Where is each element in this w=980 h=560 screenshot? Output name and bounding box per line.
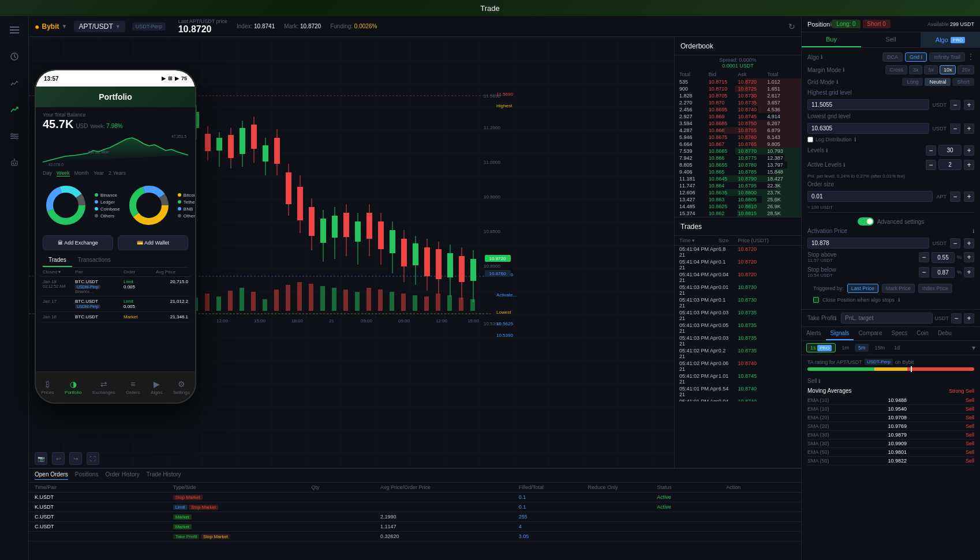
- cross-btn[interactable]: Cross: [885, 65, 907, 74]
- pair-selector[interactable]: APT/USDT ▼: [74, 21, 125, 32]
- tf-day[interactable]: Day: [43, 170, 52, 176]
- close-position-checkbox[interactable]: [813, 297, 819, 303]
- tab-open-orders[interactable]: Open Orders: [35, 471, 68, 480]
- levels-info[interactable]: ℹ: [826, 148, 828, 153]
- sidebar-settings-icon[interactable]: [6, 128, 23, 144]
- stop-below-plus[interactable]: +: [964, 267, 974, 277]
- highest-grid-minus[interactable]: −: [950, 100, 960, 110]
- active-levels-plus[interactable]: +: [964, 160, 974, 170]
- sell-tab[interactable]: Sell: [861, 32, 921, 47]
- tab-specs[interactable]: Specs: [887, 327, 912, 340]
- add-exchange-btn[interactable]: 🏛 Add Exchange: [43, 235, 113, 250]
- tf-week[interactable]: Week: [57, 170, 70, 176]
- last-price-btn[interactable]: Last Price: [847, 284, 878, 293]
- infinity-button[interactable]: Infinity Trail: [929, 52, 965, 62]
- activation-minus[interactable]: −: [950, 238, 960, 249]
- log-dist-checkbox[interactable]: [807, 137, 813, 142]
- short-tab[interactable]: Short 0: [863, 20, 891, 28]
- tf-year[interactable]: Year: [93, 170, 104, 176]
- margin-info-icon[interactable]: ℹ: [843, 67, 844, 73]
- grid-mode-info-icon[interactable]: ℹ: [836, 79, 838, 85]
- lev20x-btn[interactable]: 20x: [957, 65, 974, 74]
- tt-5m[interactable]: 5m: [855, 344, 869, 352]
- tp-info[interactable]: ℹ: [835, 315, 836, 321]
- tab-alerts[interactable]: Alerts: [802, 327, 826, 340]
- tp-plus[interactable]: +: [964, 313, 974, 324]
- lowest-grid-plus[interactable]: +: [964, 123, 974, 134]
- lev3x-btn[interactable]: 3x: [909, 65, 923, 74]
- lev5x-btn[interactable]: 5x: [924, 65, 938, 74]
- tf-2years[interactable]: 2 Years: [109, 170, 126, 176]
- long-mode-btn[interactable]: Long: [902, 78, 923, 86]
- highest-grid-plus[interactable]: +: [964, 100, 974, 110]
- lowest-grid-input[interactable]: [807, 123, 929, 134]
- log-dist-info[interactable]: ℹ: [854, 137, 856, 142]
- neutral-mode-btn[interactable]: Neutral: [925, 78, 951, 86]
- stop-below-input[interactable]: [932, 267, 955, 278]
- time-dropdown[interactable]: ▾: [972, 344, 975, 352]
- tab-positions[interactable]: Positions: [75, 471, 99, 480]
- sidebar-robot-icon[interactable]: [6, 155, 23, 171]
- activation-price-input[interactable]: [807, 238, 929, 249]
- levels-minus[interactable]: −: [926, 145, 936, 156]
- sidebar-trending-icon[interactable]: [6, 102, 23, 118]
- tt-15m[interactable]: 15m: [871, 344, 888, 352]
- nav-exchanges[interactable]: ⇄ Exchanges: [92, 379, 115, 395]
- active-levels-minus[interactable]: −: [926, 160, 936, 170]
- tt-1m[interactable]: 1m: [838, 344, 852, 352]
- grid-button[interactable]: Grid ℹ: [905, 52, 927, 62]
- short-mode-btn[interactable]: Short: [952, 78, 974, 86]
- buy-tab[interactable]: Buy: [802, 32, 861, 47]
- highest-grid-input[interactable]: [807, 99, 929, 110]
- activation-plus[interactable]: +: [964, 238, 974, 249]
- index-price-btn[interactable]: Index Price: [918, 284, 952, 293]
- activation-info[interactable]: ℹ: [972, 228, 974, 234]
- sidebar-menu-icon[interactable]: [6, 22, 23, 38]
- tp-minus[interactable]: −: [951, 313, 962, 324]
- stop-above-plus[interactable]: +: [964, 252, 974, 262]
- tab-coin[interactable]: Coin: [912, 327, 933, 340]
- sidebar-chart-icon[interactable]: [6, 48, 23, 65]
- levels-input[interactable]: [938, 145, 962, 156]
- stop-above-minus[interactable]: −: [919, 252, 929, 262]
- sell-info[interactable]: ℹ: [818, 378, 820, 384]
- mark-price-btn[interactable]: Mark Price: [882, 284, 915, 293]
- fullscreen-icon[interactable]: ⛶: [87, 452, 99, 465]
- screenshot-icon[interactable]: 📷: [35, 452, 47, 465]
- order-size-input[interactable]: [807, 191, 933, 202]
- tt-1s-pro[interactable]: 1s PRO: [806, 343, 836, 352]
- phone-tab-trades[interactable]: Trades: [43, 254, 72, 267]
- refresh-icon[interactable]: ↻: [788, 22, 795, 31]
- nav-orders[interactable]: ≡ Orders: [126, 379, 140, 395]
- active-levels-input[interactable]: [938, 159, 962, 170]
- redo-icon[interactable]: ↪: [69, 452, 82, 465]
- dca-button[interactable]: DCA: [882, 52, 903, 62]
- tab-debug[interactable]: Debu: [933, 327, 956, 340]
- close-position-info[interactable]: ℹ: [898, 297, 900, 303]
- lev10x-btn[interactable]: 10x: [940, 65, 956, 74]
- active-levels-info[interactable]: ℹ: [843, 162, 845, 168]
- nav-algos[interactable]: ▶ Algos: [151, 379, 162, 395]
- tab-compare[interactable]: Compare: [854, 327, 887, 340]
- order-size-plus[interactable]: +: [964, 191, 974, 202]
- tab-trade-history[interactable]: Trade History: [147, 471, 181, 480]
- advanced-toggle-switch[interactable]: [858, 217, 874, 225]
- nav-prices[interactable]: ₿ Prices: [41, 379, 54, 395]
- sidebar-graph-icon[interactable]: [6, 75, 23, 91]
- exchange-logo[interactable]: ● Bybit ▼: [35, 22, 67, 31]
- undo-icon[interactable]: ↩: [52, 452, 65, 465]
- tab-order-history[interactable]: Order History: [105, 471, 139, 480]
- tab-signals[interactable]: Signals: [826, 327, 854, 340]
- more-options-icon[interactable]: ⋮: [967, 52, 974, 62]
- stop-above-input[interactable]: [932, 252, 955, 263]
- algo-tab[interactable]: Algo PRO: [921, 32, 980, 47]
- grid-info-icon[interactable]: ℹ: [921, 54, 922, 60]
- levels-plus[interactable]: +: [964, 145, 974, 156]
- phone-tab-transactions[interactable]: Transactions: [72, 254, 117, 267]
- add-wallet-btn[interactable]: 💳 Add Wallet: [118, 235, 188, 250]
- nav-portfolio[interactable]: ◑ Portfolio: [65, 379, 81, 395]
- lowest-grid-minus[interactable]: −: [950, 123, 960, 134]
- tp-input[interactable]: [841, 313, 932, 324]
- order-size-minus[interactable]: −: [950, 191, 960, 202]
- long-tab[interactable]: Long: 0: [832, 20, 860, 28]
